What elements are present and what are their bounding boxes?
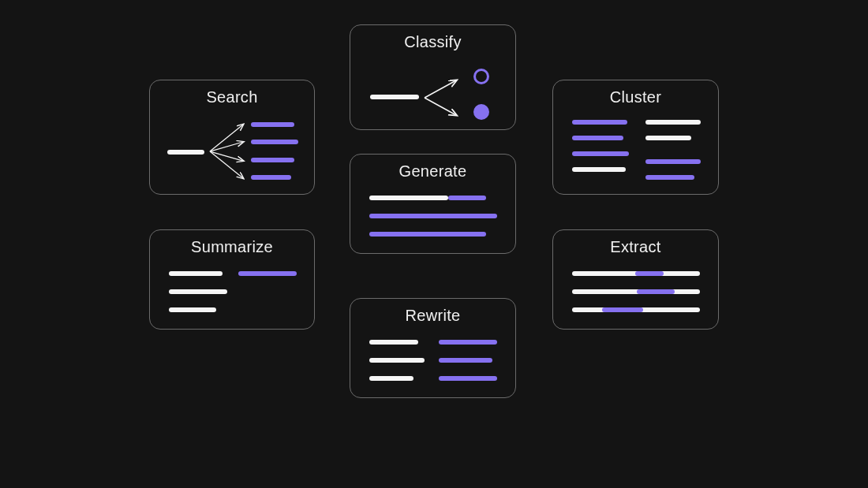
cluster-l2: [572, 136, 623, 140]
search-result-3: [251, 158, 294, 162]
generate-card: Generate: [350, 154, 516, 254]
classify-output-filled-icon: [473, 104, 489, 120]
summarize-title: Summarize: [150, 238, 314, 256]
svg-line-2: [210, 125, 243, 151]
summarize-src-2: [169, 289, 227, 294]
cluster-l4: [572, 167, 626, 172]
classify-input-bar: [370, 95, 419, 99]
cluster-l1: [572, 120, 627, 125]
rewrite-out-2: [439, 358, 492, 363]
cluster-r3: [645, 159, 701, 164]
rewrite-src-3: [369, 376, 413, 381]
summarize-card: Summarize: [149, 229, 315, 330]
search-card: Search: [149, 80, 315, 195]
cluster-title: Cluster: [553, 88, 718, 106]
classify-output-empty-icon: [473, 69, 489, 84]
svg-line-0: [425, 80, 456, 98]
cluster-r1: [645, 120, 701, 125]
svg-line-5: [210, 151, 243, 178]
svg-line-3: [210, 142, 243, 151]
extract-title: Extract: [553, 238, 718, 256]
search-query-bar: [167, 150, 204, 155]
classify-title: Classify: [350, 33, 515, 51]
rewrite-card: Rewrite: [350, 298, 516, 398]
search-title: Search: [150, 88, 314, 106]
summarize-src-1: [169, 271, 223, 276]
summarize-output: [238, 271, 297, 276]
rewrite-src-1: [369, 340, 418, 345]
cluster-l3: [572, 151, 629, 156]
cluster-card: Cluster: [552, 80, 719, 195]
rewrite-out-1: [439, 340, 497, 345]
generate-line-2: [369, 214, 497, 218]
cluster-r2: [645, 136, 691, 140]
generate-line-1a: [369, 196, 448, 200]
extract-entity-2: [637, 289, 675, 294]
search-result-4: [251, 175, 291, 180]
extract-line-2: [572, 289, 700, 294]
generate-line-3: [369, 232, 486, 237]
rewrite-out-3: [439, 376, 497, 381]
classify-card: Classify: [350, 24, 516, 130]
classify-arrows-icon: [421, 74, 469, 121]
svg-line-4: [210, 151, 243, 161]
extract-entity-3: [602, 307, 643, 312]
extract-card: Extract: [552, 229, 719, 330]
svg-line-1: [425, 98, 456, 115]
cluster-r4: [645, 175, 694, 180]
summarize-src-3: [169, 307, 216, 312]
generate-title: Generate: [350, 162, 515, 181]
rewrite-title: Rewrite: [350, 307, 515, 325]
generate-line-1b: [448, 196, 486, 200]
search-result-2: [251, 140, 298, 144]
search-arrows-icon: [207, 118, 254, 189]
extract-entity-1: [635, 271, 664, 276]
rewrite-src-2: [369, 358, 425, 363]
search-result-1: [251, 122, 294, 127]
